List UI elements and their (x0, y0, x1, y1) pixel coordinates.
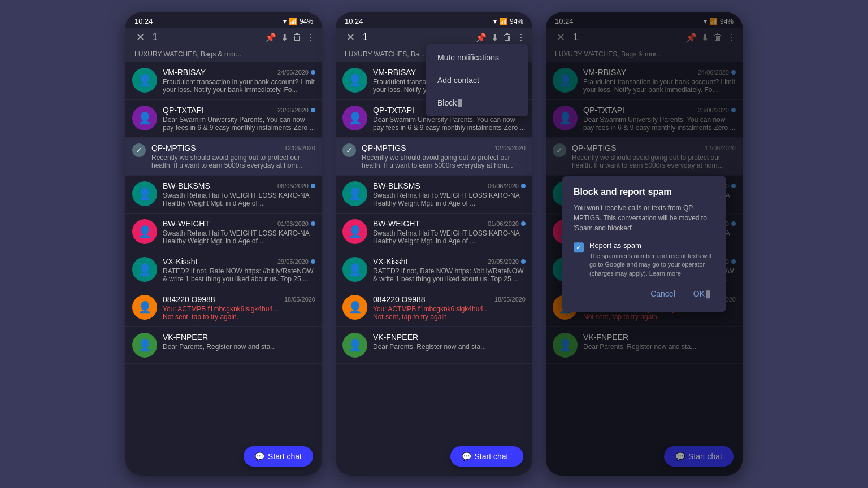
unread-dot (521, 184, 526, 188)
report-spam-checkbox[interactable]: ✓ (574, 242, 584, 252)
msg-preview: Fraudulent transaction in your bank acco… (163, 78, 315, 94)
msg-date: 06/06/2020 (488, 182, 519, 189)
msg-preview-error: Not sent, tap to try again. (373, 313, 526, 321)
msg-header: BW-BLKSMS 06/06/2020 (163, 181, 315, 190)
status-bar-2: 10:24 ▾ 📶 94% (336, 12, 532, 28)
time-2: 10:24 (345, 17, 363, 25)
message-item-vx-kissht[interactable]: 👤 VX-Kissht 29/05/2020 RATED? If not, Ra… (125, 251, 322, 289)
archive-icon-1[interactable]: ⬇ (281, 32, 288, 43)
dialog-body: You won't receive calls or texts from QP… (574, 203, 715, 233)
avatar: 👤 (342, 333, 367, 358)
msg-preview: Dear Swarnim University Parents, You can… (163, 116, 315, 132)
msg-content: QP-MPTIGS 12/06/2020 Recently we should … (151, 143, 315, 169)
msg-content: 084220 O9988 18/05/2020 You: ACTMPB f1mb… (373, 295, 526, 321)
start-chat-button-2[interactable]: 💬 Start chat ' (450, 446, 523, 467)
msg-header: VK-FNPEER (163, 333, 315, 342)
message-item-vx-kissht[interactable]: 👤 VX-Kissht 29/05/2020 RATED? If not, Ra… (336, 251, 532, 289)
message-item-vm-rbisay[interactable]: 👤 VM-RBISAY 24/06/2020 Fraudulent transa… (125, 62, 322, 100)
message-item-vk-fnpeer[interactable]: 👤 VK-FNPEER Dear Parents, Register now a… (336, 327, 532, 364)
message-item-bw-blksms[interactable]: 👤 BW-BLKSMS 06/06/2020 Swasth Rehna Hai … (125, 176, 322, 213)
msg-preview: You: ACTMPB f1mbcgknk6lsigk4hu4... (373, 305, 526, 313)
msg-date: 24/06/2020 (277, 69, 309, 76)
message-item-num-09988[interactable]: 👤 084220 O9988 18/05/2020 You: ACTMPB f1… (125, 289, 322, 327)
dropdown-block[interactable]: Block (426, 91, 528, 114)
msg-date: 18/05/2020 (284, 296, 315, 303)
avatar: 👤 (342, 219, 367, 244)
start-chat-button-1[interactable]: 💬 Start chat (244, 446, 313, 467)
msg-preview: You: ACTMPB f1mbcgknk6lsigk4hu4... (163, 305, 315, 313)
msg-header: BW-WEIGHT 01/06/2020 (373, 219, 526, 228)
top-bar-1: ✕ 1 📌 ⬇ 🗑 ⋮ (125, 28, 322, 47)
message-item-bw-blksms[interactable]: 👤 BW-BLKSMS 06/06/2020 Swasth Rehna Hai … (336, 176, 532, 213)
msg-name: BW-WEIGHT (373, 219, 420, 228)
message-list-2[interactable]: 👤 VM-RBISAY Fraudulent transaction in yo… (336, 62, 532, 476)
ok-cursor (706, 291, 710, 299)
close-icon-1[interactable]: ✕ (132, 31, 148, 43)
dropdown-mute[interactable]: Mute notifications (426, 46, 528, 69)
msg-name: VM-RBISAY (163, 68, 206, 77)
phone-3: 10:24 ▾ 📶 94% ✕ 1 📌 ⬇ 🗑 ⋮ LUXURY WATCHES… (546, 12, 743, 476)
dialog-cancel-button[interactable]: Cancel (646, 287, 680, 300)
msg-preview: Swasth Rehna Hai To WEIGHT LOSS KARO-NA … (373, 191, 526, 207)
msg-preview: RATED? If not, Rate NOW https: //bit.ly/… (163, 267, 315, 283)
start-chat-label-1: Start chat (268, 452, 302, 461)
phone-2: 10:24 ▾ 📶 94% ✕ 1 📌 ⬇ 🗑 ⋮ LUXURY WATCHES… (336, 12, 532, 476)
avatar: 👤 (132, 106, 157, 130)
more-icon-2[interactable]: ⋮ (517, 32, 526, 43)
msg-name: QP-MPTIGS (151, 143, 196, 152)
msg-content: BW-WEIGHT 01/06/2020 Swasth Rehna Hai To… (163, 219, 315, 245)
avatar: 👤 (132, 219, 157, 244)
msg-preview: Recently we should avoid going out to pr… (362, 154, 526, 169)
msg-name: QP-TXTAPI (373, 106, 414, 115)
msg-name: BW-BLKSMS (163, 181, 210, 190)
msg-preview: Swasth Rehna Hai To WEIGHT LOSS KARO-NA … (373, 229, 526, 245)
message-item-qp-mptigs[interactable]: ✓ QP-MPTIGS 12/06/2020 Recently we shoul… (125, 138, 322, 176)
close-icon-2[interactable]: ✕ (342, 31, 358, 43)
message-item-bw-weight[interactable]: 👤 BW-WEIGHT 01/06/2020 Swasth Rehna Hai … (125, 213, 322, 251)
dialog-ok-button[interactable]: OK (689, 287, 715, 300)
promo-text-2: LUXURY WATCHES, Ba... (345, 50, 425, 58)
avatar: 👤 (342, 68, 367, 93)
delete-icon-1[interactable]: 🗑 (293, 32, 302, 42)
msg-content: 084220 O9988 18/05/2020 You: ACTMPB f1mb… (163, 295, 315, 321)
msg-preview: Dear Swarnim University Parents, You can… (373, 116, 526, 132)
pin-icon-2[interactable]: 📌 (475, 32, 487, 43)
message-item-bw-weight[interactable]: 👤 BW-WEIGHT 01/06/2020 Swasth Rehna Hai … (336, 213, 532, 251)
cursor (458, 99, 462, 107)
message-item-vk-fnpeer[interactable]: 👤 VK-FNPEER Dear Parents, Register now a… (125, 327, 322, 364)
avatar: 👤 (342, 257, 367, 282)
msg-preview-error: Not sent, tap to try again. (163, 313, 315, 321)
msg-header: QP-TXTAPI 23/06/2020 (163, 106, 315, 115)
message-list-1[interactable]: 👤 VM-RBISAY 24/06/2020 Fraudulent transa… (125, 62, 322, 476)
message-item-qp-mptigs[interactable]: ✓ QP-MPTIGS 12/06/2020 Recently we shoul… (336, 138, 532, 176)
unread-dot (311, 184, 315, 188)
msg-header: BW-BLKSMS 06/06/2020 (373, 181, 526, 190)
msg-content: VK-FNPEER Dear Parents, Register now and… (163, 333, 315, 351)
start-chat-label-2: Start chat ' (475, 452, 512, 461)
pin-icon-1[interactable]: 📌 (265, 32, 276, 43)
msg-content: VX-Kissht 29/05/2020 RATED? If not, Rate… (163, 257, 315, 283)
message-item-num-09988[interactable]: 👤 084220 O9988 18/05/2020 You: ACTMPB f1… (336, 289, 532, 327)
block-report-dialog: Block and report spam You won't receive … (562, 176, 726, 312)
chat-icon-2: 💬 (462, 452, 471, 461)
dialog-checkbox-row: ✓ Report as spam The spammer's number an… (574, 241, 715, 278)
archive-icon-2[interactable]: ⬇ (491, 32, 498, 43)
dialog-actions: Cancel OK (574, 287, 715, 300)
msg-name: 084220 O9988 (373, 295, 426, 304)
dropdown-add-contact[interactable]: Add contact (426, 69, 528, 91)
ok-label: OK (693, 289, 705, 298)
unread-dot (521, 221, 526, 226)
msg-date: 18/05/2020 (494, 296, 526, 303)
avatar: 👤 (132, 333, 157, 358)
more-icon-1[interactable]: ⋮ (306, 32, 315, 43)
msg-content: BW-BLKSMS 06/06/2020 Swasth Rehna Hai To… (373, 181, 526, 207)
msg-date: 23/06/2020 (277, 107, 309, 114)
delete-icon-2[interactable]: 🗑 (503, 32, 512, 42)
chat-icon-1: 💬 (255, 452, 264, 461)
checkbox-label: Report as spam The spammer's number and … (589, 241, 715, 278)
msg-preview: Recently we should avoid going out to pr… (151, 154, 315, 169)
message-item-qp-txtapi[interactable]: 👤 QP-TXTAPI 23/06/2020 Dear Swarnim Univ… (125, 100, 322, 138)
msg-name: QP-TXTAPI (163, 106, 204, 115)
checkbox-title: Report as spam (589, 241, 715, 250)
promo-banner-1: LUXURY WATCHES, Bags & mor... (125, 47, 322, 62)
